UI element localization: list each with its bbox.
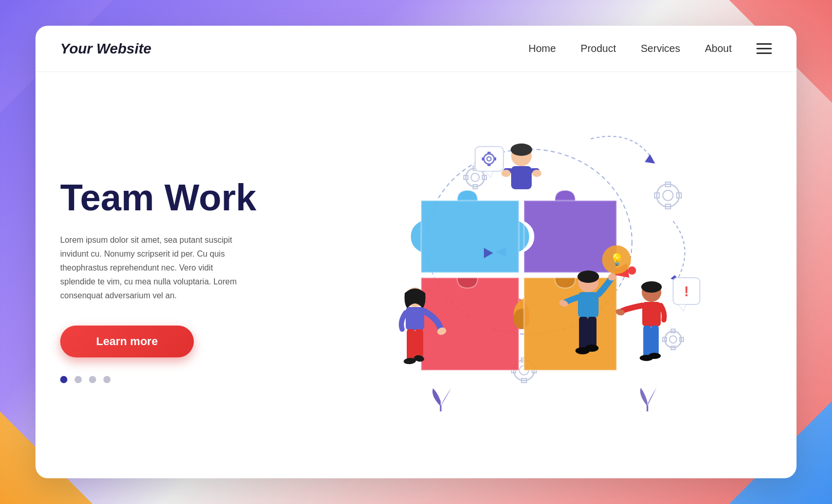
svg-rect-36 [487,164,491,166]
navbar: Your Website Home Product Services About [35,26,797,72]
svg-rect-38 [482,157,484,160]
person-man-right [615,281,664,361]
speech-bubble-gear [475,147,503,177]
svg-rect-42 [407,329,415,360]
svg-rect-53 [588,317,596,348]
puzzle-top-left [411,190,529,273]
main-content: Team Work Lorem ipsum dolor sit amet, se… [35,72,797,478]
svg-rect-48 [578,292,599,318]
svg-point-6 [657,184,679,207]
svg-point-19 [670,336,677,343]
person-top [501,143,541,189]
nav-item-about[interactable]: About [705,43,732,55]
svg-rect-26 [511,166,532,189]
plant-right [640,388,657,411]
hero-title: Team Work [60,177,278,218]
svg-rect-35 [487,152,491,154]
nav-links: Home Product Services About [529,43,732,55]
main-card: Your Website Home Product Services About… [35,26,797,478]
svg-rect-60 [643,326,651,357]
svg-rect-52 [579,317,588,350]
dashed-line-right [673,221,685,278]
hamburger-line-2 [756,48,772,49]
svg-point-47 [577,271,599,283]
svg-point-30 [532,170,541,177]
gear-small-2 [655,182,681,209]
puzzle-illustration: ! 💡 [323,87,714,458]
svg-rect-43 [415,329,423,357]
dot-2[interactable] [75,376,82,383]
svg-point-50 [628,266,636,275]
nav-link-about[interactable]: About [705,43,732,54]
dot-1[interactable] [60,376,67,383]
nav-link-product[interactable]: Product [581,43,616,54]
brand-logo: Your Website [60,41,529,57]
svg-marker-65 [678,304,686,311]
svg-rect-37 [494,157,496,160]
dot-3[interactable] [89,376,96,383]
nav-item-services[interactable]: Services [641,43,680,55]
lightbulb-decoration: 💡 [602,245,631,274]
hamburger-line-3 [756,52,772,54]
svg-point-29 [501,170,511,177]
svg-point-18 [665,331,681,348]
svg-point-7 [663,190,673,201]
nav-item-product[interactable]: Product [581,43,616,55]
exclamation-bubble: ! [673,278,700,311]
right-panel: ! 💡 [303,72,797,478]
left-panel: Team Work Lorem ipsum dolor sit amet, se… [35,72,303,478]
hamburger-menu[interactable] [756,43,772,54]
svg-rect-61 [651,326,659,355]
hamburger-line-1 [756,43,772,45]
dashed-arrow-top [591,136,653,159]
pagination-dots [60,376,278,383]
svg-point-1 [471,173,479,182]
svg-rect-31 [475,147,503,171]
svg-text:💡: 💡 [610,253,624,266]
svg-text:!: ! [684,283,689,299]
hero-body: Lorem ipsum dolor sit amet, sea putant s… [60,233,245,303]
dot-4[interactable] [103,376,111,383]
learn-more-button[interactable]: Learn more [60,326,194,357]
svg-point-63 [648,353,661,359]
plant-left [432,388,451,411]
nav-link-services[interactable]: Services [641,43,680,54]
svg-point-57 [641,281,662,293]
nav-item-home[interactable]: Home [529,43,556,55]
gear-small-4 [663,329,683,350]
nav-link-home[interactable]: Home [529,43,556,54]
svg-point-25 [511,143,532,156]
arrow-head-top [645,154,655,164]
svg-point-55 [585,345,599,352]
